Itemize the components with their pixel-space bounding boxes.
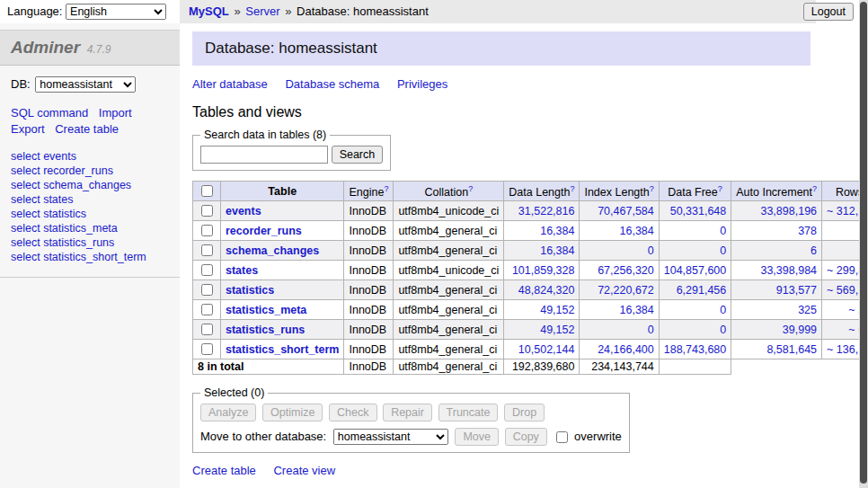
auto-increment-link[interactable]: 33,398,984 [760,264,817,277]
data-length-link[interactable]: 31,522,816 [518,205,575,217]
optimize-button[interactable]: Optimize [262,404,323,421]
move-button[interactable]: Move [455,428,499,446]
scrollbar-thumb[interactable] [860,2,867,484]
row-checkbox[interactable] [201,284,213,296]
data-length-link[interactable]: 48,824,320 [518,284,575,297]
data-length-help-link[interactable]: ? [570,184,574,193]
data-free-link[interactable]: 6,291,456 [677,284,727,297]
sidebar-item-select-statistics-short-term[interactable]: select statistics_short_term [11,250,169,264]
data-length-link[interactable]: 10,502,144 [518,343,575,356]
rows-count-link[interactable]: ~ 299,833 [827,264,859,277]
data-length-link[interactable]: 101,859,328 [512,264,575,277]
export-link[interactable]: Export [11,122,45,136]
table-link[interactable]: statistics [226,284,274,297]
index-length-link[interactable]: 70,467,584 [598,205,654,217]
table-search-input[interactable] [200,146,328,164]
rows-count-link[interactable]: ~ 136,108 [827,343,859,356]
vertical-scrollbar[interactable] [859,0,868,488]
auto-increment-link[interactable]: 6 [810,244,817,257]
table-link[interactable]: statistics_runs [226,324,305,336]
sidebar-item-select-states[interactable]: select states [11,192,169,207]
table-total-row: 8 in total InnoDB utf8mb4_general_ci 192… [193,359,860,375]
index-length-link[interactable]: 0 [648,324,654,336]
index-length-link[interactable]: 16,384 [620,304,654,316]
table-link[interactable]: states [226,264,258,277]
breadcrumb-mysql-link[interactable]: MySQL [189,4,229,18]
row-checkbox[interactable] [201,324,213,335]
row-checkbox[interactable] [201,304,213,315]
create-view-link[interactable]: Create view [273,464,335,477]
collation-help-link[interactable]: ? [468,184,473,193]
sql-command-link[interactable]: SQL command [11,106,88,120]
auto-increment-link[interactable]: 325 [798,304,817,316]
index-length-help-link[interactable]: ? [650,184,654,193]
language-select[interactable]: English [66,4,166,20]
repair-button[interactable]: Repair [383,404,432,421]
rows-count-link[interactable]: ~ 312,180 [827,205,859,217]
index-length-link[interactable]: 16,384 [620,225,654,237]
index-length-link[interactable]: 24,166,400 [598,343,654,356]
auto-increment-link[interactable]: 33,898,196 [760,205,817,217]
copy-button[interactable]: Copy [505,428,547,446]
auto-increment-link[interactable]: 378 [798,225,817,237]
table-link[interactable]: statistics_meta [226,304,306,316]
sidebar-item-select-recorder-runs[interactable]: select recorder_runs [11,164,169,178]
index-length-link[interactable]: 72,220,672 [598,284,654,297]
database-schema-link[interactable]: Database schema [285,77,379,91]
table-link[interactable]: statistics_short_term [226,343,339,356]
row-checkbox[interactable] [201,264,213,276]
data-length-link[interactable]: 49,152 [540,304,574,316]
row-checkbox[interactable] [201,343,213,355]
data-free-link[interactable]: 104,857,600 [664,264,727,277]
overwrite-checkbox[interactable] [556,431,568,443]
data-length-link[interactable]: 16,384 [540,244,574,257]
row-checkbox[interactable] [201,244,213,256]
auto-increment-link[interactable]: 8,581,645 [766,343,817,356]
data-free-link[interactable]: 0 [720,225,726,237]
sidebar-item-select-statistics-runs[interactable]: select statistics_runs [11,235,169,250]
row-checkbox[interactable] [201,225,213,236]
rows-count-link[interactable]: ~ 569,159 [827,284,859,297]
rows-count-link[interactable]: ~ 244 [848,304,859,316]
data-free-link[interactable]: 0 [720,244,726,257]
table-link[interactable]: events [226,205,261,217]
data-free-link[interactable]: 0 [720,304,726,316]
auto-increment-link[interactable]: 39,999 [783,324,817,336]
create-table-link-sidebar[interactable]: Create table [55,122,119,136]
table-link[interactable]: recorder_runs [226,225,302,237]
truncate-button[interactable]: Truncate [438,404,499,421]
rows-count-link[interactable]: ~ 628 [848,324,859,336]
check-button[interactable]: Check [329,404,376,421]
engine-help-link[interactable]: ? [384,184,388,193]
data-free-help-link[interactable]: ? [718,184,722,193]
breadcrumb-server-link[interactable]: Server [245,4,279,18]
privileges-link[interactable]: Privileges [397,77,447,91]
index-length-link[interactable]: 0 [648,244,654,257]
db-select[interactable]: homeassistant [35,76,136,93]
data-free-link[interactable]: 0 [720,324,726,336]
select-all-checkbox[interactable] [201,185,213,197]
app-name-link[interactable]: Adminer [11,38,80,57]
data-length-link[interactable]: 49,152 [540,324,574,336]
alter-database-link[interactable]: Alter database [192,77,268,91]
table-link[interactable]: schema_changes [226,244,319,257]
sidebar-item-select-schema-changes[interactable]: select schema_changes [11,178,169,192]
sidebar-item-select-events[interactable]: select events [11,149,169,164]
sidebar-item-select-statistics[interactable]: select statistics [11,207,169,221]
move-db-select[interactable]: homeassistant [333,429,448,445]
create-table-link[interactable]: Create table [192,464,256,477]
app-logo: Adminer 4.7.9 [0,30,180,66]
auto-increment-help-link[interactable]: ? [812,184,817,193]
analyze-button[interactable]: Analyze [200,404,256,421]
logout-button[interactable]: Logout [803,3,854,21]
search-button[interactable]: Search [332,146,384,164]
auto-increment-link[interactable]: 913,577 [776,284,817,297]
drop-button[interactable]: Drop [504,404,545,421]
sidebar-item-select-statistics-meta[interactable]: select statistics_meta [11,221,169,235]
import-link[interactable]: Import [99,106,132,120]
data-free-link[interactable]: 50,331,648 [670,205,727,217]
data-free-link[interactable]: 188,743,680 [664,343,727,356]
row-checkbox[interactable] [201,205,213,217]
index-length-link[interactable]: 67,256,320 [598,264,654,277]
data-length-link[interactable]: 16,384 [540,225,574,237]
